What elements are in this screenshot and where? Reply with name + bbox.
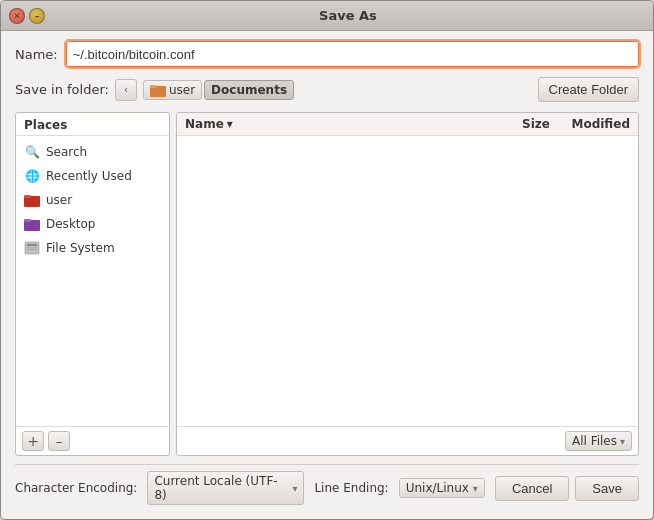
sidebar-item-filesystem-label: File System	[46, 241, 115, 255]
breadcrumb-documents-label: Documents	[211, 83, 287, 97]
files-header: Name ▾ Size Modified	[177, 113, 638, 136]
files-footer: All Files ▾	[177, 426, 638, 455]
encoding-value: Current Locale (UTF-8)	[154, 474, 288, 502]
svg-rect-8	[27, 247, 37, 248]
main-panel: Places 🔍 Search 🌐 Recently Used	[15, 112, 639, 456]
filter-label: All Files	[572, 434, 617, 448]
breadcrumb-documents[interactable]: Documents	[204, 80, 294, 100]
folder-row: Save in folder: ‹ user Documents Create …	[15, 77, 639, 102]
encoding-dropdown[interactable]: Current Locale (UTF-8) ▾	[147, 471, 304, 505]
action-buttons: Cancel Save	[495, 476, 639, 501]
titlebar: ✕ – Save As	[1, 1, 653, 31]
places-header: Places	[16, 113, 169, 136]
add-place-button[interactable]: +	[22, 431, 44, 451]
sidebar-item-desktop[interactable]: Desktop	[16, 212, 169, 236]
sidebar-item-desktop-label: Desktop	[46, 217, 96, 231]
dialog: ✕ – Save As Name: Save in folder: ‹	[0, 0, 654, 520]
col-modified-header: Modified	[550, 117, 630, 131]
name-input[interactable]	[66, 41, 639, 67]
name-row: Name:	[15, 41, 639, 67]
encoding-arrow-icon: ▾	[292, 483, 297, 494]
places-list: 🔍 Search 🌐 Recently Used	[16, 136, 169, 426]
places-footer: + –	[16, 426, 169, 455]
breadcrumb: user Documents	[143, 80, 294, 100]
filter-dropdown[interactable]: All Files ▾	[565, 431, 632, 451]
svg-rect-5	[24, 219, 31, 222]
name-label: Name:	[15, 47, 58, 62]
line-ending-value: Unix/Linux	[406, 481, 469, 495]
dialog-content: Name: Save in folder: ‹ user Documents C…	[1, 31, 653, 519]
svg-rect-9	[27, 249, 37, 250]
svg-rect-1	[150, 85, 157, 88]
save-button[interactable]: Save	[575, 476, 639, 501]
sidebar-item-recently-used-label: Recently Used	[46, 169, 132, 183]
sidebar-item-user[interactable]: user	[16, 188, 169, 212]
user-folder-icon	[24, 192, 40, 208]
sidebar-item-recently-used[interactable]: 🌐 Recently Used	[16, 164, 169, 188]
sidebar-item-filesystem[interactable]: File System	[16, 236, 169, 260]
close-button[interactable]: ✕	[9, 8, 25, 24]
dialog-title: Save As	[51, 8, 645, 23]
sidebar-item-search[interactable]: 🔍 Search	[16, 140, 169, 164]
remove-place-button[interactable]: –	[48, 431, 70, 451]
sidebar-item-user-label: user	[46, 193, 72, 207]
sidebar-item-search-label: Search	[46, 145, 87, 159]
titlebar-buttons: ✕ –	[9, 8, 45, 24]
line-ending-label: Line Ending:	[314, 481, 388, 495]
breadcrumb-user-label: user	[169, 83, 195, 97]
svg-rect-7	[27, 244, 37, 246]
svg-rect-3	[24, 195, 31, 198]
col-size-header: Size	[490, 117, 550, 131]
files-body	[177, 136, 638, 426]
sort-arrow-icon: ▾	[227, 117, 233, 131]
files-panel: Name ▾ Size Modified All Files ▾	[176, 112, 639, 456]
bottom-row: Character Encoding: Current Locale (UTF-…	[15, 464, 639, 509]
encoding-label: Character Encoding:	[15, 481, 137, 495]
places-panel: Places 🔍 Search 🌐 Recently Used	[15, 112, 170, 456]
col-name-header[interactable]: Name ▾	[185, 117, 490, 131]
filesystem-icon	[24, 240, 40, 256]
filter-dropdown-arrow: ▾	[620, 436, 625, 447]
recently-used-icon: 🌐	[24, 168, 40, 184]
create-folder-button[interactable]: Create Folder	[538, 77, 639, 102]
minimize-button[interactable]: –	[29, 8, 45, 24]
folder-icon	[150, 83, 166, 97]
search-icon: 🔍	[24, 144, 40, 160]
line-ending-arrow-icon: ▾	[473, 483, 478, 494]
save-in-label: Save in folder:	[15, 82, 109, 97]
breadcrumb-user[interactable]: user	[143, 80, 202, 100]
desktop-icon	[24, 216, 40, 232]
back-button[interactable]: ‹	[115, 79, 137, 101]
line-ending-dropdown[interactable]: Unix/Linux ▾	[399, 478, 485, 498]
cancel-button[interactable]: Cancel	[495, 476, 569, 501]
